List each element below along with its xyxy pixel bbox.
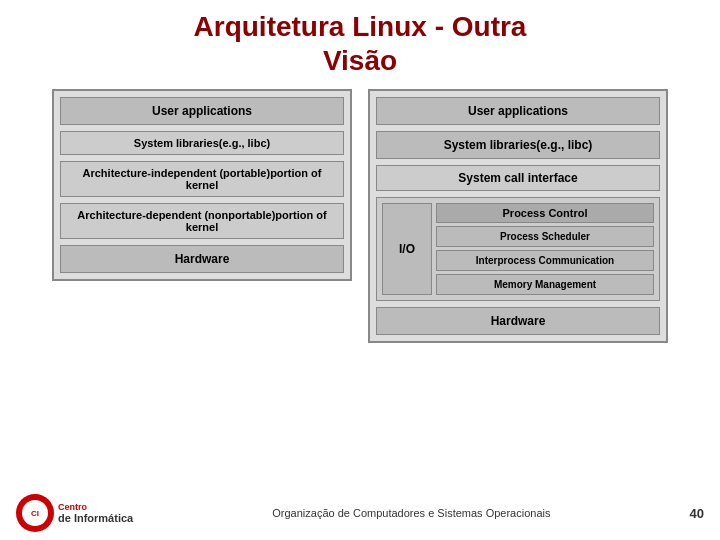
diagrams-row: User applications System libraries(e.g.,… <box>20 89 700 343</box>
right-kernel-area: I/O Process Control Process Scheduler In… <box>376 197 660 301</box>
left-diagram: User applications System libraries(e.g.,… <box>52 89 352 281</box>
right-system-call: System call interface <box>376 165 660 191</box>
footer-subtitle: Organização de Computadores e Sistemas O… <box>133 507 689 519</box>
left-arch-dependent: Architecture-dependent (nonportable)port… <box>60 203 344 239</box>
footer: CI Centro de Informática Organização de … <box>0 494 720 532</box>
logo-inner-circle: CI <box>22 500 48 526</box>
logo-main-text: de Informática <box>58 512 133 524</box>
footer-page-number: 40 <box>690 506 704 521</box>
interprocess-box: Interprocess Communication <box>436 250 654 271</box>
process-scheduler-box: Process Scheduler <box>436 226 654 247</box>
right-user-apps: User applications <box>376 97 660 125</box>
left-hardware: Hardware <box>60 245 344 273</box>
left-arch-independent: Architecture-independent (portable)porti… <box>60 161 344 197</box>
left-system-libs: System libraries(e.g., libc) <box>60 131 344 155</box>
logo-outer-circle: CI <box>16 494 54 532</box>
left-user-apps: User applications <box>60 97 344 125</box>
right-hardware: Hardware <box>376 307 660 335</box>
io-box: I/O <box>382 203 432 295</box>
page-title: Arquitetura Linux - Outra Visão <box>20 10 700 77</box>
page: Arquitetura Linux - Outra Visão User app… <box>0 0 720 540</box>
footer-logo: CI Centro de Informática <box>16 494 133 532</box>
right-system-libs: System libraries(e.g., libc) <box>376 131 660 159</box>
logo-top-text: Centro <box>58 502 87 512</box>
process-control-column: Process Control Process Scheduler Interp… <box>436 203 654 295</box>
right-diagram: User applications System libraries(e.g.,… <box>368 89 668 343</box>
process-control-header: Process Control <box>436 203 654 223</box>
logo-text-block: Centro de Informática <box>58 502 133 524</box>
memory-management-box: Memory Management <box>436 274 654 295</box>
